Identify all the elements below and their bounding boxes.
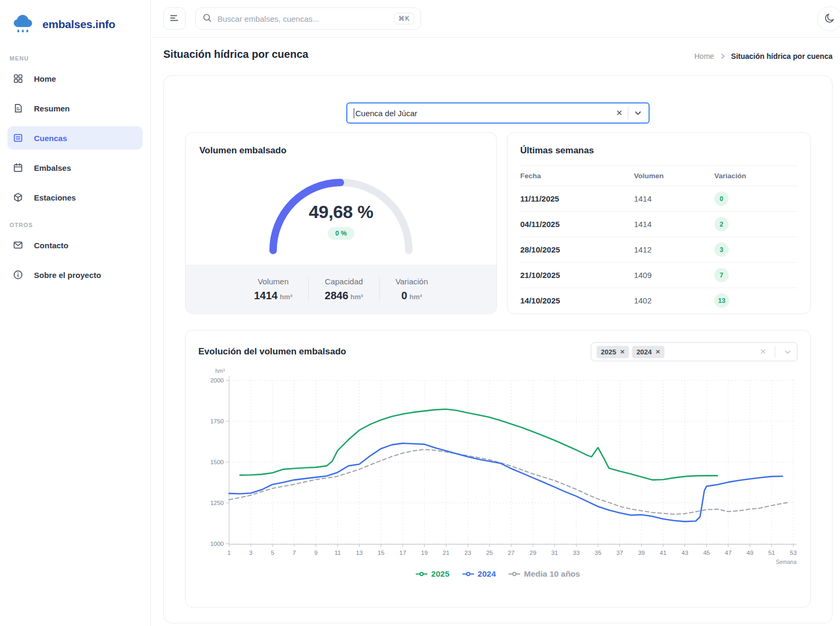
legend-item-2025[interactable]: 2025 (416, 569, 449, 579)
gauge: 49,68 % 0 % (186, 156, 496, 265)
svg-text:49: 49 (747, 550, 754, 556)
stat-capacidad: Capacidad2846hm³ (308, 277, 379, 302)
search-icon (202, 13, 212, 25)
resumen-icon (13, 103, 23, 114)
table-row: 11/11/202514140 (520, 186, 798, 212)
page-title: Situación hídrica por cuenca (163, 48, 308, 60)
chevron-down-icon[interactable] (778, 348, 792, 356)
table-row: 04/11/202514142 (520, 212, 798, 237)
sidebar-item-home[interactable]: Home (7, 67, 143, 90)
legend-item-2024[interactable]: 2024 (462, 569, 496, 579)
sidebar-item-estaciones[interactable]: Estaciones (7, 186, 143, 209)
breadcrumb-current: Situación hídrica por cuenca (731, 52, 833, 60)
stat-unit: hm³ (351, 293, 363, 301)
volume-gauge-card: Volumen embalsado 49,68 % 0 % Volumen141… (185, 132, 497, 314)
gauge-delta-badge: 0 % (328, 227, 354, 240)
sidebar-item-embalses[interactable]: Embalses (7, 156, 143, 179)
clear-selection-icon[interactable]: ✕ (610, 108, 628, 118)
cell-fecha: 14/10/2025 (520, 288, 634, 314)
svg-text:13: 13 (356, 550, 363, 556)
sidebar-item-label: Estaciones (34, 193, 76, 202)
legend-label: 2024 (478, 569, 496, 579)
remove-chip-icon[interactable]: ✕ (620, 349, 625, 355)
sidebar-item-cuencas[interactable]: Cuencas (7, 126, 143, 150)
svg-text:9: 9 (314, 550, 317, 556)
brand-name: embalses.info (42, 18, 115, 31)
breadcrumb: Home Situación hídrica por cuenca (694, 52, 833, 60)
svg-text:hm³: hm³ (215, 369, 225, 374)
info-icon (13, 269, 23, 280)
sidebar-item-contacto[interactable]: Contacto (7, 233, 143, 257)
sidebar-item-label: Cuencas (34, 134, 67, 143)
column-header-fecha: Fecha (520, 166, 634, 186)
sidebar-section-label: OTROS (10, 222, 150, 228)
column-header-volumen: Volumen (634, 166, 714, 186)
svg-text:41: 41 (660, 550, 667, 556)
table-row: 14/10/2025140213 (520, 288, 798, 314)
clear-years-icon[interactable]: ✕ (754, 347, 772, 357)
stat-value: 1414 (254, 290, 278, 301)
svg-text:45: 45 (703, 550, 710, 556)
breadcrumb-home-link[interactable]: Home (694, 52, 714, 60)
stat-unit: hm³ (279, 293, 292, 301)
weeks-card-title: Últimas semanas (520, 145, 798, 156)
estaciones-icon (13, 192, 23, 203)
svg-text:5: 5 (271, 550, 274, 556)
svg-text:35: 35 (594, 550, 601, 556)
svg-text:27: 27 (508, 550, 515, 556)
year-chip-2024[interactable]: 2024✕ (632, 346, 664, 358)
svg-text:53: 53 (790, 550, 797, 556)
dark-mode-toggle[interactable] (817, 6, 840, 31)
year-multiselect[interactable]: 2025✕2024✕ ✕ (591, 342, 798, 361)
chart-card-title: Evolución del volumen embalsado (198, 346, 346, 357)
svg-text:33: 33 (573, 550, 580, 556)
svg-text:37: 37 (616, 550, 623, 556)
sidebar-item-sobre-el-proyecto[interactable]: Sobre el proyecto (7, 263, 143, 286)
basin-select-value: Cuenca del Júcar (355, 109, 610, 118)
topbar: ⌘K (151, 0, 840, 38)
search-box[interactable]: ⌘K (195, 7, 421, 30)
chevron-right-icon (720, 53, 726, 59)
chevron-down-icon[interactable] (628, 109, 642, 117)
legend-item-media-10-años[interactable]: Media 10 años (509, 569, 580, 579)
svg-text:1250: 1250 (210, 500, 224, 506)
search-input[interactable] (217, 14, 389, 23)
legend-marker-icon (509, 571, 520, 577)
sidebar: embalses.info MENUHomeResumenCuencasEmba… (0, 0, 151, 626)
sidebar-item-label: Embalses (34, 163, 71, 172)
gauge-percent: 49,68 % (186, 202, 496, 222)
basin-select[interactable]: Cuenca del Júcar ✕ (346, 102, 650, 124)
svg-text:3: 3 (249, 550, 252, 556)
stat-unit: hm³ (409, 293, 422, 301)
sidebar-section-label: MENU (10, 55, 150, 62)
text-caret (354, 108, 354, 118)
sidebar-nav: MENUHomeResumenCuencasEmbalsesEstaciones… (0, 55, 150, 286)
year-chip-2025[interactable]: 2025✕ (597, 346, 629, 358)
svg-text:7: 7 (293, 550, 296, 556)
gauge-stats: Volumen1414hm³Capacidad2846hm³Variación0… (186, 265, 496, 314)
svg-text:21: 21 (443, 550, 450, 556)
sidebar-collapse-button[interactable] (163, 7, 186, 30)
svg-text:1500: 1500 (210, 459, 224, 465)
stat-value: 2846 (325, 290, 348, 301)
sidebar-item-resumen[interactable]: Resumen (7, 97, 143, 120)
cell-volumen: 1412 (634, 237, 714, 263)
svg-text:19: 19 (421, 550, 428, 556)
remove-chip-icon[interactable]: ✕ (655, 349, 660, 355)
sidebar-item-label: Resumen (34, 104, 70, 113)
column-header-variacion: Variación (714, 166, 798, 186)
svg-text:25: 25 (486, 550, 493, 556)
home-icon (13, 73, 23, 84)
cell-volumen: 1414 (634, 212, 714, 237)
sidebar-item-label: Home (34, 74, 56, 83)
svg-text:Semana: Semana (776, 559, 797, 565)
cuencas-icon (13, 133, 23, 143)
variation-badge: 7 (714, 268, 729, 282)
svg-text:1750: 1750 (210, 418, 224, 424)
cell-fecha: 11/11/2025 (520, 186, 634, 212)
cell-fecha: 04/11/2025 (520, 212, 634, 237)
svg-text:39: 39 (638, 550, 645, 556)
legend-label: Media 10 años (524, 569, 580, 579)
cell-volumen: 1409 (634, 263, 714, 288)
logo[interactable]: embalses.info (0, 0, 150, 36)
